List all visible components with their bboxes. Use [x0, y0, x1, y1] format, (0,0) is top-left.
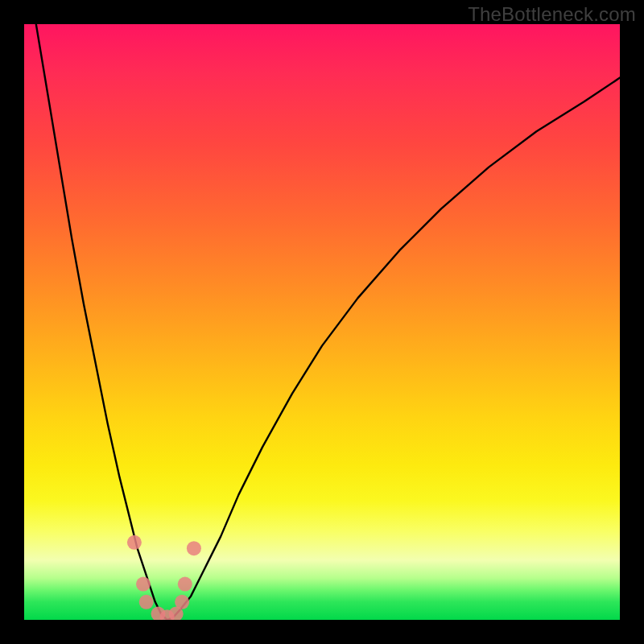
watermark-label: TheBottleneck.com	[468, 3, 636, 26]
data-marker	[139, 595, 154, 609]
chart-frame: TheBottleneck.com	[0, 0, 644, 644]
plot-area	[24, 24, 620, 620]
data-marker	[187, 541, 201, 555]
data-markers	[127, 535, 201, 620]
data-marker	[178, 577, 192, 592]
bottleneck-curve	[36, 24, 620, 620]
data-marker	[175, 595, 189, 609]
data-marker	[136, 577, 151, 592]
data-marker	[127, 535, 142, 550]
chart-svg	[24, 24, 620, 620]
